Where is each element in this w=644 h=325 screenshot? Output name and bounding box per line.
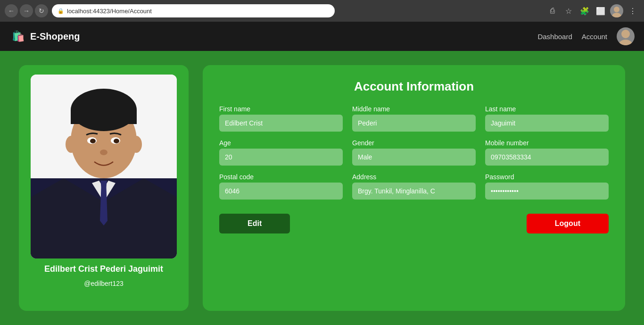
gender-input[interactable] bbox=[352, 149, 476, 166]
age-input[interactable] bbox=[219, 149, 343, 166]
address-group: Address bbox=[352, 173, 476, 200]
forward-button[interactable]: → bbox=[20, 4, 33, 17]
reload-button[interactable]: ↻ bbox=[35, 4, 48, 17]
svg-point-1 bbox=[612, 13, 621, 17]
navbar-user-avatar[interactable] bbox=[617, 27, 635, 45]
middle-name-label: Middle name bbox=[352, 105, 476, 113]
form-actions: Edit Logout bbox=[219, 214, 609, 233]
first-name-label: First name bbox=[219, 105, 343, 113]
last-name-label: Last name bbox=[485, 105, 609, 113]
svg-point-18 bbox=[100, 150, 107, 155]
svg-point-17 bbox=[114, 139, 119, 143]
mobile-group: Mobile number bbox=[485, 139, 609, 166]
account-title: Account Information bbox=[219, 79, 609, 94]
svg-point-20 bbox=[131, 136, 142, 153]
brand-icon: 🛍️ bbox=[9, 28, 26, 45]
account-info-card: Account Information First name Middle na… bbox=[203, 65, 625, 311]
gender-label: Gender bbox=[352, 139, 476, 147]
profile-username: @edilbert123 bbox=[84, 280, 124, 287]
age-group: Age bbox=[219, 139, 343, 166]
last-name-input[interactable] bbox=[485, 115, 609, 132]
postal-input[interactable] bbox=[219, 183, 343, 200]
address-bar[interactable]: 🔒 localhost:44323/Home/Account bbox=[52, 4, 335, 17]
mobile-input[interactable] bbox=[485, 149, 609, 166]
postal-label: Postal code bbox=[219, 173, 343, 181]
profile-name: Edilbert Crist Pederi Jaguimit bbox=[44, 264, 163, 274]
svg-point-0 bbox=[614, 7, 619, 12]
form-grid: First name Middle name Last name Age Gen… bbox=[219, 105, 609, 200]
postal-group: Postal code bbox=[219, 173, 343, 200]
profile-photo bbox=[31, 75, 177, 258]
browser-user-avatar[interactable] bbox=[610, 4, 623, 17]
mobile-label: Mobile number bbox=[485, 139, 609, 147]
back-button[interactable]: ← bbox=[5, 4, 18, 17]
menu-icon[interactable]: ⋮ bbox=[626, 4, 639, 17]
navbar: 🛍️ E-Shopeng Dashboard Account bbox=[0, 22, 644, 51]
first-name-group: First name bbox=[219, 105, 343, 132]
share-icon[interactable]: ⎙ bbox=[546, 4, 559, 17]
password-input[interactable] bbox=[485, 183, 609, 200]
account-link[interactable]: Account bbox=[582, 33, 607, 41]
url-text: localhost:44323/Home/Account bbox=[67, 8, 152, 15]
dashboard-link[interactable]: Dashboard bbox=[537, 33, 572, 41]
svg-point-3 bbox=[619, 40, 632, 45]
profile-photo-wrapper bbox=[31, 75, 177, 258]
logout-button[interactable]: Logout bbox=[527, 214, 609, 233]
svg-point-19 bbox=[66, 136, 77, 153]
address-input[interactable] bbox=[352, 183, 476, 200]
svg-point-16 bbox=[90, 139, 96, 143]
gender-group: Gender bbox=[352, 139, 476, 166]
browser-nav-buttons: ← → ↻ bbox=[5, 4, 48, 17]
browser-chrome: ← → ↻ 🔒 localhost:44323/Home/Account ⎙ ☆… bbox=[0, 0, 644, 22]
last-name-group: Last name bbox=[485, 105, 609, 132]
address-label: Address bbox=[352, 173, 476, 181]
svg-rect-13 bbox=[71, 110, 137, 124]
middle-name-group: Middle name bbox=[352, 105, 476, 132]
extensions-icon[interactable]: 🧩 bbox=[578, 4, 591, 17]
age-label: Age bbox=[219, 139, 343, 147]
navbar-links: Dashboard Account bbox=[537, 27, 635, 45]
password-group: Password bbox=[485, 173, 609, 200]
main-content: Edilbert Crist Pederi Jaguimit @edilbert… bbox=[0, 51, 644, 325]
profile-card: Edilbert Crist Pederi Jaguimit @edilbert… bbox=[19, 65, 189, 311]
password-label: Password bbox=[485, 173, 609, 181]
first-name-input[interactable] bbox=[219, 115, 343, 132]
middle-name-input[interactable] bbox=[352, 115, 476, 132]
brand: 🛍️ E-Shopeng bbox=[9, 28, 80, 45]
edit-button[interactable]: Edit bbox=[219, 214, 290, 233]
window-icon[interactable]: ⬜ bbox=[594, 4, 607, 17]
svg-point-2 bbox=[621, 30, 630, 38]
star-icon[interactable]: ☆ bbox=[562, 4, 575, 17]
brand-name: E-Shopeng bbox=[30, 31, 80, 42]
browser-actions: ⎙ ☆ 🧩 ⬜ ⋮ bbox=[546, 4, 639, 17]
lock-icon: 🔒 bbox=[58, 8, 64, 14]
